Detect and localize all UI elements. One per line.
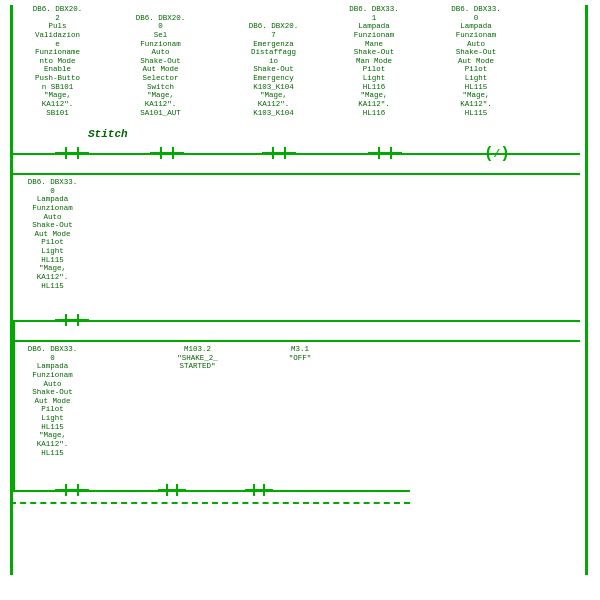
rung3-top [10,340,580,342]
contact-SA101 [150,147,184,159]
contact-label-K103: DB6. DBX20.7EmergenzaDistaffaggioShake-O… [231,22,316,117]
contact-label-HL115-r3: DB6. DBX33.0LampadaFunzionamAutoShake-Ou… [15,345,100,457]
contact-HL115-rung3 [55,484,89,496]
coil-label-HL115: DB6. DBX33.0LampadaFunzionamAutoShake-Ou… [436,5,516,117]
contact-M3 [245,484,273,496]
rung2-wire [10,320,580,322]
contact-label-HL116: DB6. DBX33.1LampadaFunzionamManeShake-Ou… [334,5,414,117]
rung2-top [10,173,580,175]
rung3-bottom [10,502,410,504]
contact-label-M103: M103.2"SHAKE_2_STARTED" [160,345,240,457]
contact-label-HL115-r2: DB6. DBX33.0LampadaFunzionamAutoShake-Ou… [15,178,100,290]
contact-label-M3: M3.1"OFF" [270,345,330,457]
contact-HL115-rung2 [55,314,89,326]
contact-HL116 [368,147,402,159]
contact-SB101 [55,147,89,159]
contact-label-SA101: DB6. DBX20.0SelFunzionamAutoShake-OutAut… [118,14,203,118]
stitch-label: Stitch [88,128,128,140]
coil-HL115: ( / ) [476,146,518,162]
right-rail [585,5,588,575]
ladder-canvas: Stitch DB6. DBX20.2PulsValidazioneFunzio… [0,0,600,600]
contact-M103 [158,484,186,496]
contact-label-SB101: DB6. DBX20.2PulsValidazioneFunzionamento… [15,5,100,117]
contact-K103 [262,147,296,159]
